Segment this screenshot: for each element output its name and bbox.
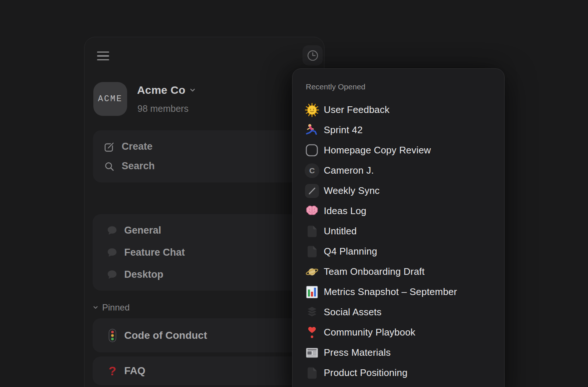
unreads-card: General Feature Chat Desktop [93, 214, 317, 291]
quick-actions-card: Create Search [93, 130, 317, 182]
pinned-item-faq[interactable]: ? FAQ [93, 356, 317, 385]
recent-item-label: Cameron J. [324, 165, 374, 176]
document-icon [305, 224, 319, 239]
workspace-switcher[interactable]: Acme Co [137, 84, 197, 96]
recent-item-label: Sprint 42 [324, 124, 363, 136]
recent-item-label: Homepage Copy Review [324, 145, 431, 156]
recent-item-label: Community Playbook [324, 327, 415, 338]
chat-bubble-icon [106, 269, 118, 280]
recent-item-label: Ideas Log [324, 205, 366, 217]
recent-item-ideas-log[interactable]: Ideas Log [293, 201, 504, 221]
channel-general[interactable]: General [93, 219, 317, 241]
brain-emoji-icon [305, 204, 319, 219]
recent-item-user-feedback[interactable]: User Feedback [293, 100, 504, 120]
search-button[interactable]: Search [93, 156, 317, 176]
recent-item-untitled[interactable]: Untitled [293, 221, 504, 241]
clock-icon [306, 49, 319, 62]
recent-item-metrics-snapshot[interactable]: Metrics Snapshot – September [293, 282, 504, 302]
recent-item-social-assets[interactable]: Social Assets [293, 302, 504, 322]
traffic-light-emoji-icon [107, 329, 118, 342]
pinned-label: Pinned [102, 302, 130, 313]
heart-exclamation-emoji-icon [305, 325, 319, 340]
recent-item-sprint-42[interactable]: Sprint 42 [293, 120, 504, 140]
app-window: ACME Acme Co 98 members Create [0, 0, 588, 387]
channel-label: Feature Chat [124, 247, 185, 258]
recent-item-q4-planning[interactable]: Q4 Planning [293, 241, 504, 262]
runner-emoji-icon [305, 123, 319, 138]
pinned-item-label: FAQ [124, 365, 146, 377]
recent-item-label: Press Materials [324, 347, 391, 358]
bar-chart-emoji-icon [305, 285, 319, 299]
workspace-avatar[interactable]: ACME [93, 82, 127, 116]
workspace-name: Acme Co [137, 84, 185, 96]
red-question-emoji-icon: ? [107, 365, 118, 377]
search-label: Search [122, 160, 155, 172]
recent-item-label: Product Positioning [324, 367, 408, 379]
compose-icon [104, 141, 115, 152]
document-icon [305, 366, 319, 380]
recent-item-label: Weekly Sync [324, 185, 380, 196]
chevron-down-icon [92, 304, 99, 311]
recent-item-product-positioning[interactable]: Product Positioning [293, 363, 504, 383]
layers-icon [305, 305, 319, 320]
recent-item-press-materials[interactable]: Press Materials [293, 342, 504, 363]
channel-desktop[interactable]: Desktop [93, 263, 317, 285]
sun-with-face-emoji-icon [305, 103, 319, 117]
recently-opened-list: User Feedback Sprint 42 [293, 100, 504, 383]
document-icon [305, 244, 319, 259]
workspace-member-count: 98 members [137, 103, 189, 114]
workspace-sidebar: ACME Acme Co 98 members Create [84, 37, 325, 387]
section-header-pinned[interactable]: Pinned [92, 302, 130, 313]
search-icon [104, 161, 115, 172]
ringed-planet-emoji-icon [305, 264, 319, 279]
chevron-down-icon [189, 86, 197, 94]
newspaper-emoji-icon [305, 345, 319, 360]
recent-item-cameron-j[interactable]: C Cameron J. [293, 160, 504, 181]
pinned-item-code-of-conduct[interactable]: Code of Conduct [93, 318, 317, 352]
channel-label: Desktop [124, 269, 164, 280]
recent-item-label: Q4 Planning [324, 246, 377, 257]
chat-bubble-icon [106, 246, 118, 258]
recently-opened-popover: Recently Opened [292, 68, 505, 387]
recent-item-weekly-sync[interactable]: Weekly Sync [293, 181, 504, 201]
recent-item-label: Untitled [324, 226, 357, 237]
chat-bubble-icon [106, 224, 118, 236]
pinned-item-label: Code of Conduct [124, 330, 207, 341]
create-button[interactable]: Create [93, 137, 317, 156]
recent-item-homepage-copy-review[interactable]: Homepage Copy Review [293, 140, 504, 160]
create-label: Create [122, 141, 153, 152]
hamburger-menu-icon[interactable] [96, 48, 111, 64]
pencil-tile-icon [305, 184, 319, 198]
recent-item-label: User Feedback [324, 104, 390, 116]
recent-item-community-playbook[interactable]: Community Playbook [293, 322, 504, 342]
channel-feature-chat[interactable]: Feature Chat [93, 241, 317, 263]
rounded-square-outline-icon [305, 143, 319, 158]
recent-item-label: Metrics Snapshot – September [324, 286, 457, 298]
recent-item-label: Team Onboarding Draft [324, 266, 424, 277]
recent-item-team-onboarding-draft[interactable]: Team Onboarding Draft [293, 262, 504, 282]
channel-label: General [124, 225, 161, 236]
popover-title: Recently Opened [306, 82, 365, 91]
recent-item-label: Social Assets [324, 306, 381, 318]
avatar-initial-icon: C [305, 163, 319, 178]
history-button[interactable] [302, 45, 323, 65]
